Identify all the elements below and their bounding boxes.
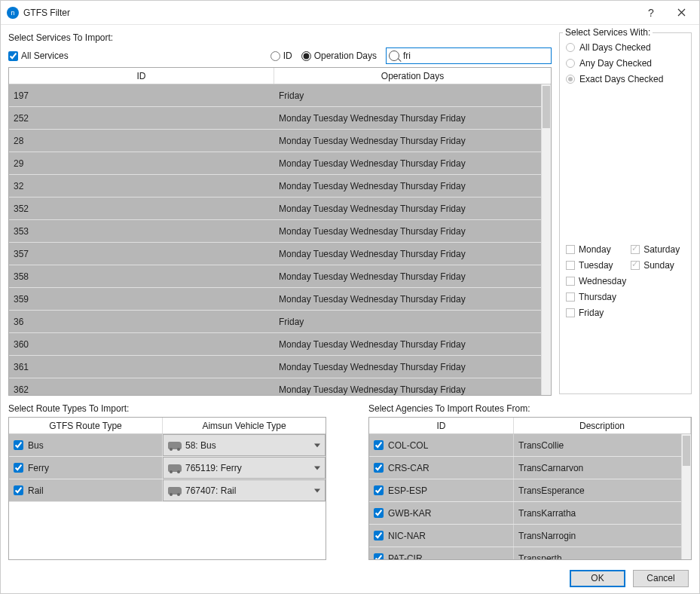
table-row[interactable]: 361Monday Tuesday Wednesday Thursday Fri… xyxy=(9,356,541,378)
agency-id-cell[interactable]: NIC-NAR xyxy=(369,525,514,547)
select-services-with-group: Select Services With: All Days Checked A… xyxy=(559,32,692,394)
scrollbar-thumb[interactable] xyxy=(683,436,690,466)
agency-checkbox[interactable] xyxy=(374,508,384,518)
cancel-button[interactable]: Cancel xyxy=(633,570,689,587)
agency-id-cell[interactable]: ESP-ESP xyxy=(369,479,514,501)
agency-checkbox[interactable] xyxy=(374,553,384,559)
select-route-types-label: Select Route Types To Import: xyxy=(8,403,326,414)
route-type-cell[interactable]: Ferry xyxy=(9,457,163,479)
services-th-id[interactable]: ID xyxy=(9,68,274,84)
agency-id-cell[interactable]: PAT-CIR xyxy=(369,547,514,559)
service-id: 28 xyxy=(9,136,274,146)
route-type-checkbox[interactable] xyxy=(14,485,23,495)
agency-checkbox[interactable] xyxy=(374,485,384,495)
close-button[interactable] xyxy=(666,2,696,24)
route-type-cell[interactable]: Bus xyxy=(9,434,163,456)
filter-opdays-radio[interactable]: Operation Days xyxy=(301,51,377,61)
table-row[interactable]: CRS-CARTransCarnarvon xyxy=(369,457,681,479)
agencies-th-id[interactable]: ID xyxy=(369,418,514,433)
vehicle-type-cell[interactable]: 765119: Ferry xyxy=(163,457,326,479)
table-row[interactable]: COL-COLTransCollie xyxy=(369,434,681,457)
chevron-down-icon xyxy=(314,488,320,492)
help-button[interactable]: ? xyxy=(636,7,666,19)
table-row[interactable]: PAT-CIRTransperth xyxy=(369,547,681,559)
route-type-cell[interactable]: Rail xyxy=(9,479,163,501)
dialog-footer: OK Cancel xyxy=(1,563,699,593)
filter-id-radio[interactable]: ID xyxy=(271,51,292,61)
agencies-table: ID Description COL-COLTransCollieCRS-CAR… xyxy=(368,417,692,560)
agency-id: GWB-KAR xyxy=(388,508,431,519)
route-type-label: Rail xyxy=(28,485,44,496)
route-types-th-vehicle[interactable]: Aimsun Vehicle Type xyxy=(163,418,326,433)
table-row[interactable]: ESP-ESPTransEsperance xyxy=(369,479,681,502)
route-types-th-type[interactable]: GTFS Route Type xyxy=(9,418,163,433)
table-row: Rail767407: Rail xyxy=(9,479,326,502)
vehicle-type-label: 58: Bus xyxy=(185,440,216,451)
checkbox-icon xyxy=(566,308,575,317)
table-row[interactable]: 29Monday Tuesday Wednesday Thursday Frid… xyxy=(9,152,541,175)
table-row[interactable]: 36Friday xyxy=(9,311,541,333)
search-wrap xyxy=(386,47,552,64)
table-row[interactable]: 357Monday Tuesday Wednesday Thursday Fri… xyxy=(9,243,541,265)
agency-id-cell[interactable]: COL-COL xyxy=(369,434,514,456)
agencies-th-desc[interactable]: Description xyxy=(514,418,691,433)
vehicle-type-cell[interactable]: 58: Bus xyxy=(163,434,326,456)
day-thursday: Thursday xyxy=(566,292,626,302)
service-days: Friday xyxy=(274,90,541,101)
ok-button[interactable]: OK xyxy=(570,570,625,587)
app-icon: n xyxy=(7,7,19,19)
vehicle-icon xyxy=(168,487,182,494)
service-days: Monday Tuesday Wednesday Thursday Friday xyxy=(274,113,541,124)
agency-id: COL-COL xyxy=(388,440,428,451)
vehicle-type-combo[interactable]: 765119: Ferry xyxy=(163,457,326,479)
any-day-checked-radio: Any Day Checked xyxy=(566,58,685,69)
all-services-input[interactable] xyxy=(8,51,18,61)
vehicle-type-combo[interactable]: 58: Bus xyxy=(163,434,326,456)
table-row[interactable]: 252Monday Tuesday Wednesday Thursday Fri… xyxy=(9,107,541,130)
vehicle-type-label: 765119: Ferry xyxy=(185,463,242,473)
table-row[interactable]: 353Monday Tuesday Wednesday Thursday Fri… xyxy=(9,220,541,243)
search-input[interactable] xyxy=(386,47,552,64)
agency-checkbox[interactable] xyxy=(374,531,384,540)
agency-id-cell[interactable]: GWB-KAR xyxy=(369,502,514,524)
table-row[interactable]: 360Monday Tuesday Wednesday Thursday Fri… xyxy=(9,333,541,356)
route-type-checkbox[interactable] xyxy=(14,463,23,473)
services-scrollbar[interactable] xyxy=(541,84,551,395)
scrollbar-thumb[interactable] xyxy=(543,86,550,128)
window-title: GTFS Filter xyxy=(23,8,636,18)
service-days: Monday Tuesday Wednesday Thursday Friday xyxy=(274,181,541,191)
all-days-checked-radio: All Days Checked xyxy=(566,42,685,53)
table-row[interactable]: 358Monday Tuesday Wednesday Thursday Fri… xyxy=(9,265,541,288)
radio-icon xyxy=(566,59,575,68)
filter-id-input[interactable] xyxy=(271,51,280,61)
services-with-title: Select Services With: xyxy=(563,27,653,38)
radio-icon xyxy=(566,43,575,52)
table-row[interactable]: 197Friday xyxy=(9,84,541,107)
route-type-checkbox[interactable] xyxy=(14,440,23,450)
table-row[interactable]: 362Monday Tuesday Wednesday Thursday Fri… xyxy=(9,378,541,395)
services-table: ID Operation Days 197Friday252Monday Tue… xyxy=(8,67,552,396)
table-row[interactable]: 28Monday Tuesday Wednesday Thursday Frid… xyxy=(9,130,541,152)
service-id: 352 xyxy=(9,204,274,214)
route-types-table: GTFS Route Type Aimsun Vehicle Type Bus5… xyxy=(8,417,326,560)
agency-checkbox[interactable] xyxy=(374,463,384,473)
vehicle-type-cell[interactable]: 767407: Rail xyxy=(163,479,326,501)
table-row[interactable]: 32Monday Tuesday Wednesday Thursday Frid… xyxy=(9,175,541,197)
service-days: Monday Tuesday Wednesday Thursday Friday xyxy=(274,271,541,282)
agencies-scrollbar[interactable] xyxy=(681,434,691,559)
table-row[interactable]: 352Monday Tuesday Wednesday Thursday Fri… xyxy=(9,197,541,220)
table-row[interactable]: 359Monday Tuesday Wednesday Thursday Fri… xyxy=(9,288,541,311)
filter-opdays-input[interactable] xyxy=(301,51,311,61)
vehicle-type-combo[interactable]: 767407: Rail xyxy=(163,479,326,501)
day-sunday: Sunday xyxy=(631,260,680,271)
agency-checkbox[interactable] xyxy=(374,440,384,450)
chevron-down-icon xyxy=(314,443,320,447)
table-row[interactable]: GWB-KARTransKarratha xyxy=(369,502,681,525)
agency-desc: TransCollie xyxy=(514,440,681,451)
agency-id-cell[interactable]: CRS-CAR xyxy=(369,457,514,479)
service-days: Monday Tuesday Wednesday Thursday Friday xyxy=(274,158,541,169)
all-services-checkbox[interactable]: All Services xyxy=(8,51,266,61)
table-row[interactable]: NIC-NARTransNarrogin xyxy=(369,525,681,547)
titlebar: n GTFS Filter ? xyxy=(1,1,699,25)
services-th-opdays[interactable]: Operation Days xyxy=(274,68,551,84)
